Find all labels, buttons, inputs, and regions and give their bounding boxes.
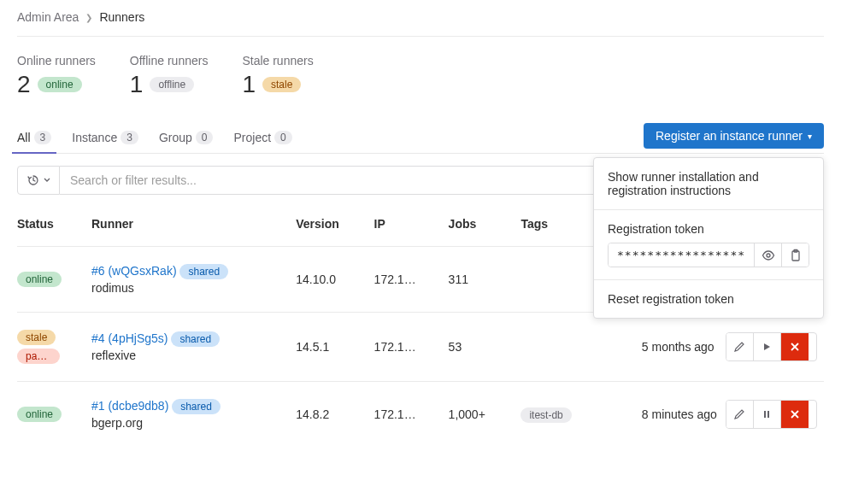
- cell-ip: 172.1…: [374, 382, 449, 448]
- breadcrumb-current: Runners: [99, 10, 144, 24]
- play-icon: [762, 342, 772, 352]
- runner-link[interactable]: #6 (wQGsxRak): [91, 264, 177, 278]
- pencil-icon: [733, 341, 745, 353]
- col-status: Status: [17, 202, 91, 247]
- cell-tags: [520, 313, 641, 382]
- status-badge: stale: [262, 77, 301, 92]
- chevron-down-icon: ▾: [808, 132, 812, 141]
- cell-version: 14.10.0: [296, 247, 373, 313]
- table-row: stale paused #4 (4pHjSg5s) shared reflex…: [17, 313, 824, 382]
- dropdown-item-instructions[interactable]: Show runner installation and registratio…: [594, 158, 823, 210]
- delete-button[interactable]: [781, 401, 809, 428]
- col-runner: Runner: [91, 202, 296, 247]
- cell-ip: 172.1…: [374, 247, 449, 313]
- register-runner-button[interactable]: Register an instance runner ▾: [644, 123, 824, 149]
- status-badge: online: [17, 272, 62, 287]
- eye-icon: [762, 249, 775, 262]
- token-label: Registration token: [608, 222, 809, 236]
- stat-value: 2: [17, 71, 31, 98]
- runner-description: bgerp.org: [91, 416, 289, 430]
- col-version: Version: [296, 202, 373, 247]
- status-badge: online: [17, 407, 62, 422]
- shared-badge: shared: [172, 399, 221, 414]
- cell-version: 14.8.2: [296, 382, 373, 448]
- registration-token-field[interactable]: [609, 243, 754, 267]
- chevron-right-icon: ❯: [85, 13, 92, 22]
- breadcrumb: Admin Area ❯ Runners: [17, 7, 824, 37]
- cell-jobs: 1,000+: [449, 382, 521, 448]
- cell-jobs: 311: [449, 247, 521, 313]
- search-history-button[interactable]: [17, 166, 60, 195]
- cell-last-contact: 5 months ago: [642, 313, 726, 382]
- runner-link[interactable]: #1 (dcbe9db8): [91, 399, 168, 413]
- tab-label: Project: [233, 131, 271, 144]
- close-icon: [790, 342, 800, 352]
- stat-stale: Stale runners 1 stale: [242, 54, 313, 98]
- svg-point-0: [767, 254, 770, 257]
- cell-ip: 172.1…: [374, 313, 449, 382]
- tag-badge: itest-db: [520, 407, 571, 423]
- cell-last-contact: 8 minutes ago: [642, 382, 726, 448]
- svg-rect-4: [767, 411, 769, 418]
- tab-label: Instance: [72, 131, 117, 144]
- resume-button[interactable]: [754, 333, 781, 360]
- shared-badge: shared: [179, 264, 228, 279]
- dropdown-item-token: Registration token: [594, 210, 823, 280]
- edit-button[interactable]: [726, 333, 754, 360]
- tab-project[interactable]: Project 0: [233, 122, 291, 153]
- tab-count: 0: [274, 131, 292, 144]
- table-row: online #1 (dcbe9db8) shared bgerp.org 14…: [17, 382, 824, 448]
- shared-badge: shared: [171, 331, 220, 347]
- breadcrumb-root[interactable]: Admin Area: [17, 10, 79, 24]
- tab-count: 0: [196, 131, 214, 144]
- cell-jobs: 53: [449, 313, 521, 382]
- status-badge: stale: [17, 330, 56, 345]
- delete-button[interactable]: [781, 333, 809, 360]
- scope-tabs: All 3 Instance 3 Group 0 Project 0: [17, 122, 292, 153]
- status-badge: online: [38, 77, 82, 92]
- status-badge: paused: [17, 349, 60, 364]
- stat-label: Online runners: [17, 54, 96, 67]
- tab-label: All: [17, 131, 31, 144]
- cell-version: 14.5.1: [296, 313, 373, 382]
- col-jobs: Jobs: [449, 202, 521, 247]
- tab-group[interactable]: Group 0: [159, 122, 214, 153]
- pause-button[interactable]: [754, 401, 781, 428]
- pause-icon: [762, 409, 772, 419]
- tab-instance[interactable]: Instance 3: [72, 122, 138, 153]
- runner-description: rodimus: [91, 281, 289, 295]
- stat-value: 1: [242, 71, 256, 98]
- reveal-token-button[interactable]: [754, 243, 781, 267]
- dropdown-item-reset-token[interactable]: Reset registration token: [594, 280, 823, 318]
- tab-count: 3: [34, 131, 52, 144]
- close-icon: [790, 409, 800, 419]
- cell-tags: itest-db: [520, 382, 641, 448]
- stat-label: Offline runners: [130, 54, 209, 67]
- clipboard-icon: [789, 249, 803, 262]
- history-icon: [26, 173, 40, 187]
- pencil-icon: [733, 408, 745, 420]
- stat-offline: Offline runners 1 offline: [130, 54, 209, 98]
- stat-label: Stale runners: [242, 54, 313, 67]
- edit-button[interactable]: [726, 401, 754, 428]
- stat-value: 1: [130, 71, 144, 98]
- button-label: Register an instance runner: [656, 129, 803, 143]
- status-badge: offline: [150, 77, 194, 92]
- stats-row: Online runners 2 online Offline runners …: [17, 54, 824, 98]
- copy-token-button[interactable]: [781, 243, 809, 267]
- stat-online: Online runners 2 online: [17, 54, 96, 98]
- chevron-down-icon: [44, 177, 50, 184]
- runner-description: reflexive: [91, 349, 289, 362]
- runner-link[interactable]: #4 (4pHjSg5s): [91, 331, 168, 345]
- col-ip: IP: [374, 202, 449, 247]
- tab-count: 3: [121, 131, 138, 144]
- tab-all[interactable]: All 3: [17, 122, 51, 153]
- svg-rect-3: [764, 411, 766, 418]
- tab-label: Group: [159, 131, 192, 144]
- register-dropdown: Show runner installation and registratio…: [593, 157, 824, 319]
